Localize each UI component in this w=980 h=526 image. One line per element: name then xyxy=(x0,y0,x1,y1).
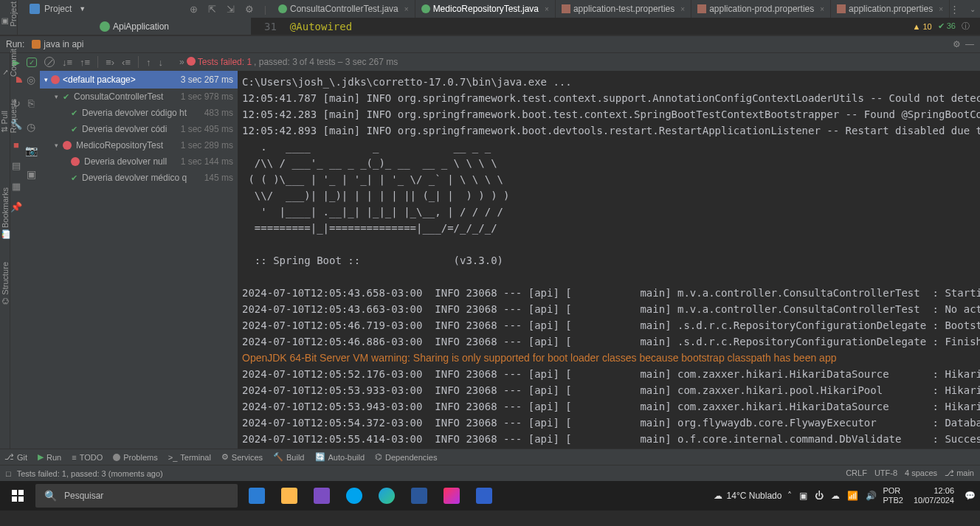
select-open-file-icon[interactable]: ⊕ xyxy=(190,4,198,15)
tool-window-button[interactable]: ⎇ Git xyxy=(4,452,27,462)
taskbar-app[interactable] xyxy=(242,481,272,511)
windows-start-button[interactable] xyxy=(0,481,35,511)
tool-window-button[interactable]: ≡ TODO xyxy=(72,453,103,462)
search-placeholder: Pesquisar xyxy=(64,491,103,501)
bookmarks-tool-window[interactable]: 📑 Bookmarks xyxy=(0,187,10,240)
export-icon[interactable]: ⎘ xyxy=(28,97,34,109)
file-icon xyxy=(278,4,287,13)
arrow-up-icon[interactable]: ↑ xyxy=(146,57,151,68)
camera-icon[interactable]: 📷 xyxy=(25,145,38,156)
test-case[interactable]: Deveria devolver null1 sec 144 ms xyxy=(40,153,238,170)
status-icon[interactable]: □ xyxy=(6,469,11,478)
breadcrumb[interactable]: ApiApplication xyxy=(18,18,251,35)
status-indicator[interactable]: CRLF xyxy=(846,468,867,478)
sort-icon[interactable]: ↓≡ xyxy=(62,57,72,68)
arrow-down-icon[interactable]: ↓ xyxy=(159,57,164,68)
close-icon[interactable]: × xyxy=(939,5,943,13)
test-case[interactable]: ✔Deveria devolver código ht483 ms xyxy=(40,105,238,121)
collapse-all-icon[interactable]: ⇲ xyxy=(227,4,235,15)
editor-tab[interactable]: application.properties× xyxy=(831,0,950,18)
gear-icon[interactable]: ⚙ xyxy=(953,39,961,49)
ok-count[interactable]: ✔ 36 xyxy=(938,21,956,31)
taskbar-app[interactable] xyxy=(437,481,466,511)
tray-volume-icon[interactable]: 🔊 xyxy=(866,491,877,501)
expand-icon[interactable]: ≡› xyxy=(106,57,114,68)
target-icon[interactable]: ◎ xyxy=(27,74,35,86)
chevron-down-icon[interactable]: ⌄ xyxy=(970,5,976,13)
inspections-icon[interactable]: ⓘ xyxy=(962,21,970,32)
status-indicator[interactable]: 4 spaces xyxy=(905,468,937,478)
collapse-icon[interactable]: ‹≡ xyxy=(122,57,131,68)
expand-all-icon[interactable]: ⇱ xyxy=(208,4,216,15)
tray-icon[interactable]: ⏻ xyxy=(815,491,824,501)
fail-icon xyxy=(63,141,72,150)
tree-root[interactable]: ▾ <default package> 3 sec 267 ms xyxy=(40,71,238,89)
chevron-down-icon: ▼ xyxy=(79,5,86,13)
taskbar-app[interactable] xyxy=(404,481,434,511)
status-indicator[interactable]: UTF-8 xyxy=(874,468,897,478)
close-icon[interactable]: × xyxy=(680,5,685,13)
test-suite[interactable]: ▾MedicoRepositoryTest1 sec 289 ms xyxy=(40,137,238,153)
commit-tool-window[interactable]: ✓ Commit xyxy=(0,49,18,77)
structure-tool-window[interactable]: ⌬ Structure xyxy=(0,262,10,305)
show-ignored-icon[interactable] xyxy=(44,57,55,67)
tray-chevron-icon[interactable]: ˄ xyxy=(787,491,792,501)
gear-icon[interactable]: ⚙ xyxy=(245,4,254,15)
project-view-selector[interactable]: Project ▼ xyxy=(22,2,93,15)
tray-wifi-icon[interactable]: 📶 xyxy=(847,491,858,501)
file-icon xyxy=(562,4,570,13)
tray-icon[interactable]: ▣ xyxy=(799,491,807,501)
taskbar-app[interactable] xyxy=(307,481,337,511)
close-icon[interactable]: × xyxy=(820,5,824,13)
editor-tab[interactable]: application-prod.properties× xyxy=(691,0,831,18)
tool-window-button[interactable]: 🔨 Build xyxy=(273,452,304,462)
status-indicator[interactable]: ⎇ main xyxy=(945,468,974,478)
line-number: 31 xyxy=(251,21,290,32)
stop-partial-icon[interactable] xyxy=(10,77,22,89)
show-passed-icon[interactable]: ✓ xyxy=(27,58,37,67)
run-config-name[interactable]: java in api xyxy=(32,39,83,49)
stop-icon[interactable]: ■ xyxy=(10,139,22,150)
close-icon[interactable]: × xyxy=(404,5,409,13)
error-icon xyxy=(187,57,196,66)
weather-widget[interactable]: ☁14°C Nublado xyxy=(714,491,782,501)
tool-window-button[interactable]: 🔄 Auto-build xyxy=(315,452,365,462)
project-label: Project xyxy=(44,4,72,14)
tool-window-button[interactable]: ⚙ Services xyxy=(221,452,263,462)
sort-icon-2[interactable]: ↑≡ xyxy=(80,57,90,68)
tray-cloud-icon[interactable]: ☁ xyxy=(831,491,840,501)
test-suite[interactable]: ▾✔ConsultaControllerTest1 sec 978 ms xyxy=(40,89,238,105)
editor-tab[interactable]: MedicoRepositoryTest.java× xyxy=(415,0,556,18)
tab-more-icon[interactable]: ⋮ xyxy=(950,4,959,15)
warnings-count[interactable]: ▲ 10 xyxy=(912,22,931,31)
test-case[interactable]: ✔Deveria devolver médico q145 ms xyxy=(40,170,238,186)
project-tool-window[interactable]: ▣ Project xyxy=(0,1,18,27)
layout-icon[interactable]: ▤ xyxy=(10,159,22,171)
pin-icon[interactable]: 📌 xyxy=(10,201,22,212)
language-indicator[interactable]: PORPTB2 xyxy=(883,486,903,505)
tool-window-button[interactable]: ⌬ Dependencies xyxy=(375,452,437,462)
tool-window-button[interactable]: >_ Terminal xyxy=(168,453,211,462)
clock[interactable]: 12:0610/07/2024 xyxy=(914,486,954,505)
minimize-icon[interactable]: — xyxy=(965,39,974,49)
console-output[interactable]: C:\Users\josh_\.jdks\corretto-17.0.7\bin… xyxy=(238,71,980,449)
tool-window-button[interactable]: Problems xyxy=(113,453,157,462)
editor-tab[interactable]: application-test.properties× xyxy=(556,0,691,18)
test-case[interactable]: ✔Deveria devolver códi1 sec 495 ms xyxy=(40,121,238,137)
layout-grid-icon[interactable]: ▦ xyxy=(10,180,22,192)
pull-requests-tool-window[interactable]: ⇅ Pull Requests xyxy=(0,99,18,133)
editor-tab[interactable]: ConsultaControllerTest.java× xyxy=(272,0,415,18)
clock-icon[interactable]: ◷ xyxy=(27,121,35,133)
pass-icon: ✔ xyxy=(63,92,69,102)
taskbar-app[interactable] xyxy=(372,481,401,511)
windows-search[interactable]: 🔍 Pesquisar xyxy=(35,484,238,508)
run-tool-label: Run: xyxy=(6,39,24,49)
fail-icon xyxy=(71,157,80,166)
taskbar-app[interactable] xyxy=(275,481,304,511)
bookmark-icon[interactable]: ▣ xyxy=(27,168,36,180)
taskbar-app[interactable] xyxy=(339,481,369,511)
tool-window-button[interactable]: ▶ Run xyxy=(38,452,61,462)
close-icon[interactable]: × xyxy=(545,5,549,13)
taskbar-app[interactable] xyxy=(469,481,499,511)
notifications-icon[interactable]: 💬 xyxy=(965,491,976,501)
